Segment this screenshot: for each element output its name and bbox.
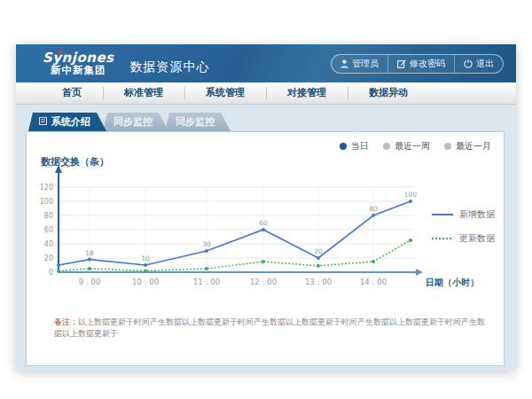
edit-icon [397,59,406,68]
svg-text:60: 60 [44,226,53,234]
nav-item-interface-mgmt[interactable]: 对接管理 [266,82,348,104]
svg-text:10: 10 [141,254,150,262]
series-legend: 新增数据 更新数据 [432,208,495,245]
legend-new-data: 新增数据 [432,208,495,221]
logo-red-dot [59,50,62,53]
change-password-label: 修改密码 [410,58,445,70]
main-nav: 首页 标准管理 系统管理 对接管理 数据异动 [16,82,516,105]
nav-item-home[interactable]: 首页 [41,82,103,104]
svg-text:40: 40 [44,240,53,248]
svg-text:60: 60 [259,219,268,227]
svg-text:20: 20 [314,247,323,255]
logout-label: 退出 [476,58,494,70]
svg-text:10：00: 10：00 [132,278,159,286]
document-icon [39,116,47,128]
user-icon [340,59,348,68]
svg-text:20: 20 [44,254,53,262]
svg-text:30: 30 [202,240,211,248]
solid-line-swatch [432,213,453,216]
app-window: Synjones 新中新集团 数据资源中心 管理员 修改密码 退出 [16,44,516,371]
tab-sync-monitor-1[interactable]: 同步监控 [103,113,168,131]
svg-text:13：00: 13：00 [305,278,332,286]
series-label: 新增数据 [459,208,495,221]
svg-text:日期（小时）: 日期（小时） [426,278,479,287]
logo: Synjones 新中新集团 [43,51,114,76]
chart-panel: 当日 最近一周 最近一月 数据交换（条） 0204060801001209：00… [26,131,505,366]
nav-item-standard-mgmt[interactable]: 标准管理 [103,82,184,104]
nav-item-system-mgmt[interactable]: 系统管理 [184,82,266,104]
tab-label: 同步监控 [113,115,153,129]
legend-update-data: 更新数据 [432,232,495,245]
nav-item-data-change[interactable]: 数据异动 [348,82,429,104]
footnote-text: 以上数据更新于时间产生数据以上数据更新于时间产生数据以上数据更新于时间产生数据以… [54,317,485,338]
tab-label: 系统介绍 [51,115,90,129]
header: Synjones 新中新集团 数据资源中心 管理员 修改密码 退出 [16,44,516,82]
svg-text:100: 100 [404,191,418,199]
change-password-button[interactable]: 修改密码 [387,55,454,73]
svg-text:0: 0 [49,269,53,277]
svg-text:100: 100 [40,198,53,206]
user-toolbar: 管理员 修改密码 退出 [331,54,504,74]
power-icon [464,59,473,68]
tab-bar: 系统介绍 同步监控 同步监控 [28,113,506,131]
current-user[interactable]: 管理员 [332,55,387,73]
svg-text:9：00: 9：00 [79,278,101,286]
dotted-line-swatch [432,237,453,240]
series-label: 更新数据 [459,232,495,245]
footnote-label: 备注： [54,317,78,326]
svg-text:80: 80 [44,212,53,220]
tab-sync-monitor-2[interactable]: 同步监控 [165,113,231,131]
logout-button[interactable]: 退出 [454,55,503,73]
svg-text:11：00: 11：00 [193,278,220,286]
svg-text:12：00: 12：00 [250,278,277,286]
svg-text:18: 18 [85,249,94,257]
svg-text:14：00: 14：00 [360,278,387,286]
content-area: 系统介绍 同步监控 同步监控 当日 最近一周 [16,105,516,371]
tab-system-intro[interactable]: 系统介绍 [28,113,106,131]
tab-label: 同步监控 [176,115,215,129]
page-title: 数据资源中心 [130,59,210,75]
svg-text:120: 120 [40,184,53,192]
user-label: 管理员 [352,58,379,70]
footnote: 备注：以上数据更新于时间产生数据以上数据更新于时间产生数据以上数据更新于时间产生… [54,317,485,339]
logo-text-cn: 新中新集团 [43,65,114,75]
logo-text-en: Synjones [43,51,114,66]
svg-text:80: 80 [369,205,378,213]
